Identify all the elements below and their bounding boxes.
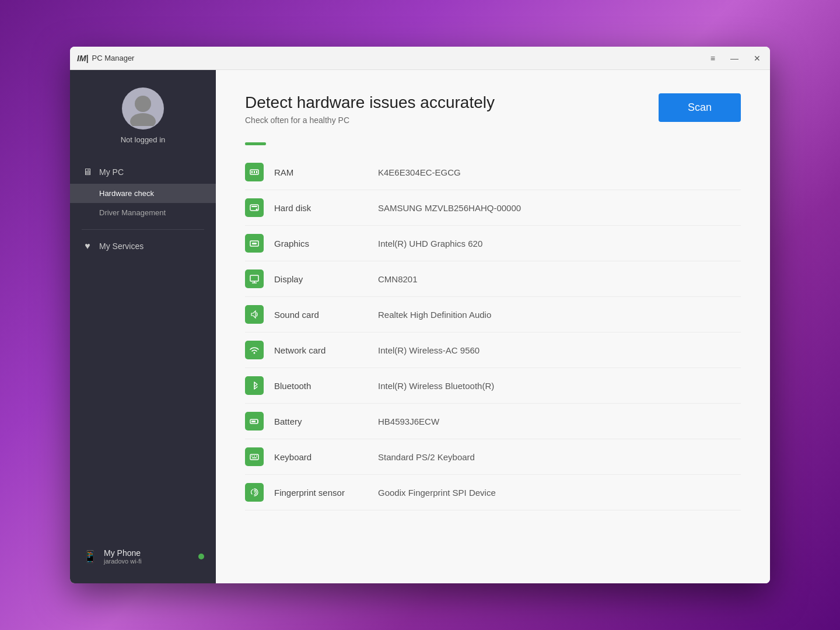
ram-label: RAM [274,167,368,177]
status-bar [245,142,266,145]
hardware-row-battery: Battery HB4593J6ECW [245,404,741,439]
keyboard-label: Keyboard [274,452,368,462]
avatar-area: Not logged in [70,82,216,158]
header-row: Detect hardware issues accurately Check … [245,93,741,125]
main-content: Detect hardware issues accurately Check … [216,70,770,583]
hardware-row-graphics: Graphics Intel(R) UHD Graphics 620 [245,226,741,261]
titlebar-controls: ≡ — ✕ [708,52,763,64]
phone-name: My Phone [104,548,142,558]
svg-rect-21 [252,457,257,459]
hardware-list: RAM K4E6E304EC-EGCG Hard disk SAMS [245,155,741,510]
svg-rect-7 [251,206,257,207]
sidebar-item-hardware-check[interactable]: Hardware check [70,184,216,203]
battery-icon [245,412,264,430]
svg-rect-19 [254,456,255,457]
my-pc-section: 🖥 My PC Hardware check Driver Management [70,158,216,225]
keyboard-value: Standard PS/2 Keyboard [378,452,475,462]
header-text: Detect hardware issues accurately Check … [245,93,495,125]
hardware-row-soundcard: Sound card Realtek High Definition Audio [245,297,741,332]
fingerprint-value: Goodix Fingerprint SPI Device [378,488,496,498]
window-body: Not logged in 🖥 My PC Hardware check Dri… [70,70,770,583]
svg-point-1 [130,113,156,126]
hardware-row-keyboard: Keyboard Standard PS/2 Keyboard [245,439,741,475]
display-label: Display [274,274,368,284]
hardware-check-label: Hardware check [99,189,154,198]
display-icon [245,270,264,288]
harddisk-value: SAMSUNG MZVLB256HAHQ-00000 [378,203,521,213]
svg-rect-10 [252,243,257,244]
hardware-row-ram: RAM K4E6E304EC-EGCG [245,155,741,190]
svg-rect-17 [250,454,258,460]
monitor-icon: 🖥 [82,166,93,178]
hardware-row-bluetooth: Bluetooth Intel(R) Wireless Bluetooth(R) [245,368,741,404]
svg-point-14 [254,352,256,354]
close-button[interactable]: ✕ [751,52,763,64]
networkcard-icon [245,341,264,359]
avatar [122,88,164,130]
svg-rect-16 [251,421,256,422]
svg-rect-11 [250,275,258,281]
page-title: Detect hardware issues accurately [245,93,495,112]
minimize-button[interactable]: — [728,52,741,64]
graphics-icon [245,234,264,253]
networkcard-value: Intel(R) Wireless-AC 9560 [378,345,480,355]
username-label: Not logged in [121,135,166,144]
graphics-value: Intel(R) UHD Graphics 620 [378,239,482,249]
soundcard-icon [245,305,264,324]
svg-rect-3 [251,171,253,173]
menu-button[interactable]: ≡ [708,52,718,64]
svg-point-8 [256,209,258,211]
svg-point-0 [135,96,151,112]
app-title: PC Manager [92,54,708,62]
sidebar-item-driver-management[interactable]: Driver Management [70,203,216,222]
svg-rect-18 [251,456,253,457]
phone-icon: 📱 [82,548,98,565]
harddisk-icon [245,198,264,217]
hardware-row-harddisk: Hard disk SAMSUNG MZVLB256HAHQ-00000 [245,190,741,226]
sidebar: Not logged in 🖥 My PC Hardware check Dri… [70,70,216,583]
heart-icon: ♥ [82,240,93,252]
sidebar-item-my-pc[interactable]: 🖥 My PC [70,160,216,184]
fingerprint-label: Fingerprint sensor [274,488,368,498]
bluetooth-label: Bluetooth [274,381,368,391]
scan-button[interactable]: Scan [659,93,741,122]
svg-rect-20 [256,456,257,457]
sidebar-divider [82,229,204,230]
phone-info: My Phone jaradovo wi-fi [104,548,142,565]
soundcard-value: Realtek High Definition Audio [378,310,491,320]
bluetooth-value: Intel(R) Wireless Bluetooth(R) [378,381,494,391]
networkcard-label: Network card [274,345,368,355]
keyboard-icon [245,447,264,466]
hardware-list-area: RAM K4E6E304EC-EGCG Hard disk SAMS [245,155,741,510]
display-value: CMN8201 [378,274,418,284]
soundcard-label: Sound card [274,310,368,320]
hardware-row-display: Display CMN8201 [245,261,741,297]
battery-label: Battery [274,416,368,426]
phone-wifi: jaradovo wi-fi [104,558,142,565]
titlebar: IM| PC Manager ≡ — ✕ [70,47,770,70]
fingerprint-icon [245,483,264,502]
sidebar-phone-section[interactable]: 📱 My Phone jaradovo wi-fi [70,541,216,572]
ram-icon [245,163,264,181]
bluetooth-icon [245,376,264,395]
hardware-row-fingerprint: Fingerprint sensor Goodix Fingerprint SP… [245,475,741,510]
page-subtitle: Check often for a healthy PC [245,116,495,125]
my-services-label: My Services [99,242,144,251]
sidebar-item-my-services[interactable]: ♥ My Services [70,235,216,258]
phone-connected-dot [198,554,204,559]
harddisk-label: Hard disk [274,203,368,213]
svg-rect-4 [254,171,255,173]
driver-management-label: Driver Management [99,208,166,217]
app-window: IM| PC Manager ≡ — ✕ Not logged in � [70,47,770,583]
avatar-icon [125,91,160,126]
app-logo: IM| [77,54,88,63]
svg-rect-5 [256,171,257,173]
my-pc-label: My PC [99,167,124,177]
hardware-row-networkcard: Network card Intel(R) Wireless-AC 9560 [245,332,741,368]
ram-value: K4E6E304EC-EGCG [378,167,461,177]
graphics-label: Graphics [274,239,368,249]
battery-value: HB4593J6ECW [378,416,439,426]
